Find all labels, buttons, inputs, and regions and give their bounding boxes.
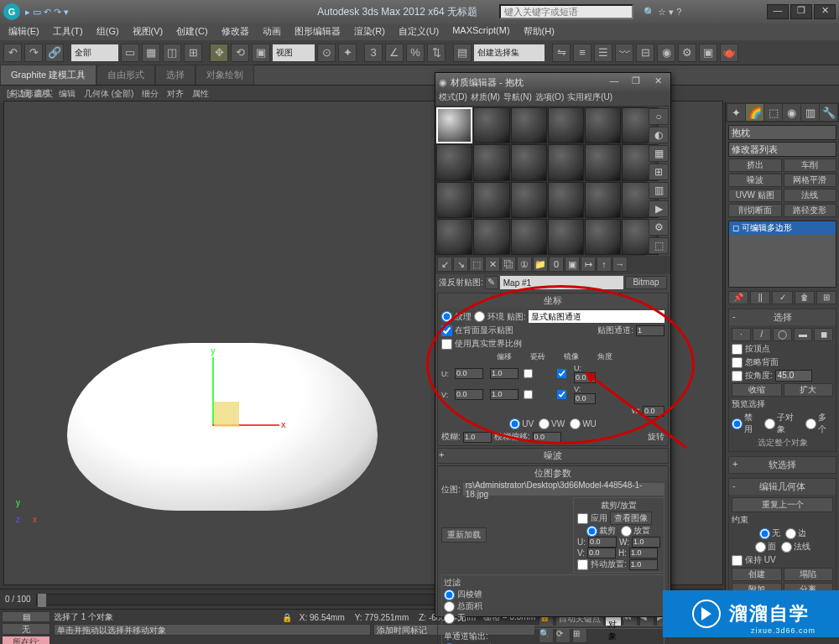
mat-slot[interactable] — [585, 219, 621, 255]
radio-c-normal[interactable]: 法线 — [781, 541, 810, 553]
mod-btn[interactable]: 网格平滑 — [784, 174, 837, 187]
w-angle[interactable]: 0.0 — [643, 406, 664, 417]
sr-edit[interactable]: 编辑 — [55, 88, 79, 100]
selection-filter[interactable]: 全部 — [71, 44, 118, 61]
rollout-h-soft[interactable]: 软选择 — [729, 457, 836, 473]
menu-group[interactable]: 组(G) — [91, 23, 124, 40]
ribbon-tab-freeform[interactable]: 自由形式 — [96, 65, 155, 85]
radio-off[interactable]: 禁用 — [732, 412, 759, 435]
radio-c-face[interactable]: 面 — [755, 541, 776, 553]
mat-id-icon[interactable]: 0 — [549, 257, 564, 272]
radio-vw[interactable]: VW — [539, 418, 565, 429]
window-crossing-icon[interactable]: ⊞ — [184, 44, 202, 62]
mat-slot[interactable] — [585, 107, 621, 143]
crop-w[interactable]: 1.0 — [632, 537, 660, 548]
sr-geom[interactable]: 几何体 (全部) — [81, 88, 137, 100]
mat-slot-1[interactable] — [436, 107, 472, 143]
redo-icon[interactable]: ↷ — [24, 44, 43, 62]
sr-align[interactable]: 对齐 — [164, 88, 187, 100]
map-channel-spinner[interactable]: 1 — [636, 325, 664, 336]
mod-btn[interactable]: UVW 贴图 — [728, 189, 782, 202]
bluroff-spinner[interactable]: 0.0 — [533, 432, 561, 443]
radio-subobj[interactable]: 子对象 — [764, 412, 800, 435]
goto-line-button[interactable]: 所在行: — [2, 636, 50, 644]
hierarchy-tab-icon[interactable]: ⬚ — [764, 104, 782, 121]
map-name-field[interactable]: Map #1 — [500, 276, 623, 289]
mat-menu-util[interactable]: 实用程序(U) — [567, 91, 612, 106]
menu-maxscript[interactable]: MAXScript(M) — [447, 23, 514, 40]
viewport-label[interactable]: [+] 顶] 真实 — [7, 87, 53, 100]
select-icon[interactable]: ▭ — [121, 44, 139, 62]
v-tile-cb[interactable] — [557, 390, 566, 399]
radio-pyramidal[interactable]: 四棱锥 — [444, 589, 662, 600]
mat-slot[interactable] — [585, 144, 621, 180]
put-to-scene-icon[interactable]: ↘ — [453, 257, 468, 272]
go-forward-icon[interactable]: → — [612, 257, 628, 272]
motion-tab-icon[interactable]: ◉ — [783, 104, 800, 121]
mat-slot[interactable] — [511, 144, 547, 180]
modifier-stack[interactable]: ◻ 可编辑多边形 — [728, 221, 836, 288]
reset-map-icon[interactable]: ✕ — [485, 257, 500, 272]
listener-mini-icon[interactable]: ▤ — [2, 611, 50, 622]
radio-place[interactable]: 放置 — [621, 525, 650, 537]
coord-y[interactable]: Y: 779.251mm — [352, 612, 411, 623]
display-tab-icon[interactable]: ▥ — [801, 104, 819, 121]
bitmap-path-button[interactable]: rs\Administrator\Desktop\3d66Model-44854… — [463, 483, 664, 496]
rollout-h-edit[interactable]: 编辑几何体 — [729, 479, 836, 495]
apply-checkbox[interactable]: 应用 — [577, 512, 607, 524]
radio-wu[interactable]: WU — [570, 418, 597, 429]
time-knob[interactable] — [37, 593, 47, 608]
stack-show-icon[interactable]: || — [750, 291, 770, 304]
blur-spinner[interactable]: 1.0 — [463, 432, 492, 443]
uv-tiling-icon[interactable]: ⊞ — [649, 164, 669, 180]
radio-c-edge[interactable]: 边 — [785, 527, 806, 539]
undo-icon[interactable]: ↶ — [3, 44, 22, 62]
percent-snap-icon[interactable]: % — [406, 44, 425, 62]
menu-customize[interactable]: 自定义(U) — [393, 23, 444, 40]
assign-to-sel-icon[interactable]: ⬚ — [469, 257, 484, 272]
get-material-icon[interactable]: ↙ — [437, 257, 452, 272]
radio-crop[interactable]: 裁剪 — [586, 525, 616, 537]
render-icon[interactable]: 🫖 — [720, 44, 738, 62]
layers-icon[interactable]: ☰ — [594, 44, 612, 62]
go-parent-icon[interactable]: ↑ — [597, 257, 612, 272]
help-search-input[interactable] — [499, 4, 633, 19]
show-in-vp-icon[interactable]: ▣ — [565, 257, 580, 272]
mod-btn[interactable]: 挤出 — [728, 158, 782, 172]
mat-titlebar[interactable]: ◉ 材质编辑器 - 抱枕 — ❐ ✕ — [435, 73, 670, 91]
jitter-spinner[interactable]: 1.0 — [629, 559, 658, 570]
mat-slot[interactable] — [548, 107, 584, 143]
options-icon[interactable]: ⚙ — [649, 219, 669, 236]
radio-c-none[interactable]: 无 — [759, 527, 780, 539]
mat-slot[interactable] — [436, 219, 472, 255]
rollout-header-noise[interactable]: +噪波 — [438, 449, 668, 463]
jitter-checkbox[interactable]: 抖动放置: — [577, 558, 627, 570]
u-tile-cb[interactable] — [557, 369, 566, 378]
reload-button[interactable]: 重新加载 — [441, 527, 487, 543]
pick-map-icon[interactable]: ✎ — [485, 276, 498, 289]
show-end-icon[interactable]: ↦ — [581, 257, 596, 272]
select-by-mat-icon[interactable]: ⬚ — [649, 237, 669, 254]
repeat-last-button[interactable]: 重复上一个 — [732, 497, 833, 512]
ribbon-tab-paint[interactable]: 对象绘制 — [195, 65, 254, 85]
radio-multi[interactable]: 多个 — [805, 412, 833, 435]
utilities-tab-icon[interactable]: 🔧 — [820, 104, 837, 121]
restore-button[interactable]: ❐ — [790, 4, 812, 19]
sr-props[interactable]: 属性 — [189, 88, 212, 100]
menu-rendering[interactable]: 渲染(R) — [349, 23, 390, 40]
u-mirror[interactable] — [524, 369, 533, 378]
ribbon-tab-selection[interactable]: 选择 — [155, 65, 195, 85]
radio-none-filter[interactable]: 无 — [444, 612, 662, 624]
menu-create[interactable]: 创建(C) — [171, 23, 212, 40]
material-editor-icon[interactable]: ◉ — [657, 44, 675, 62]
radio-texture[interactable]: 纹理 — [441, 311, 472, 323]
curve-editor-icon[interactable]: 〰 — [615, 44, 633, 62]
preserve-uv-checkbox[interactable]: 保持 UV — [732, 554, 833, 566]
mat-close-button[interactable]: ✕ — [649, 75, 667, 89]
subobj-poly-icon[interactable]: ▬ — [794, 328, 813, 341]
snap-icon[interactable]: 3 — [364, 44, 383, 62]
mat-slot[interactable] — [585, 182, 621, 218]
schematic-icon[interactable]: ⊟ — [636, 44, 654, 62]
mat-slot[interactable] — [436, 144, 472, 180]
mat-slot[interactable] — [548, 182, 584, 218]
